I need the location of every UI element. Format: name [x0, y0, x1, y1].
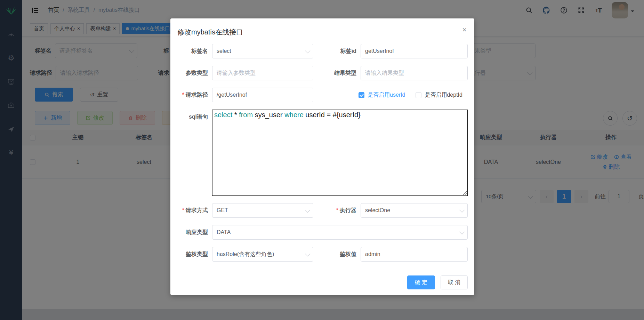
field-label-param-type: 参数类型: [177, 66, 212, 80]
response-type-select[interactable]: DATA: [212, 225, 468, 240]
select-value: DATA: [217, 229, 231, 235]
sql-keyword: where: [284, 111, 303, 119]
sql-keyword: from: [239, 111, 253, 119]
result-type-input-wrap: [361, 66, 468, 80]
field-label-auth-value: 鉴权值: [313, 247, 361, 262]
param-type-input-wrap: [212, 66, 313, 80]
confirm-button[interactable]: 确 定: [407, 275, 435, 289]
dialog-body: 标签名 select 标签id 参数类型: [170, 37, 474, 289]
enable-userid-checkbox[interactable]: 是否启用userId: [359, 91, 405, 99]
field-label-response-type: 响应类型: [177, 225, 212, 240]
chevron-down-icon: [305, 207, 311, 213]
checkbox-label: 是否启用deptId: [425, 91, 462, 99]
field-label-executor: 执行器: [313, 203, 361, 218]
chevron-down-icon: [459, 229, 465, 234]
request-method-select[interactable]: GET: [212, 203, 313, 218]
tag-id-input-wrap: [361, 44, 468, 58]
field-label-tag-name: 标签名: [177, 44, 212, 58]
chevron-down-icon: [305, 251, 311, 256]
sql-keyword: select: [214, 111, 232, 119]
app-root: ⚙ ¥ 首页 / 系统工具 / mybatis在线接口: [0, 0, 644, 320]
field-label-tag-id: 标签id: [313, 44, 361, 58]
select-value: GET: [217, 207, 228, 214]
field-label-result-type: 结果类型: [313, 66, 361, 80]
close-icon[interactable]: ×: [462, 26, 467, 34]
cancel-button[interactable]: 取 消: [441, 275, 468, 289]
request-path-input[interactable]: [217, 92, 309, 98]
field-label-auth-type: 鉴权类型: [177, 247, 212, 262]
dialog-title: 修改mybatis在线接口: [170, 18, 474, 37]
field-label-request-method: 请求方式: [177, 203, 212, 218]
field-label-request-path: 请求路径: [177, 88, 212, 102]
chevron-down-icon: [459, 207, 465, 213]
tag-id-input[interactable]: [365, 48, 463, 54]
select-value: selectOne: [365, 207, 390, 214]
select-value: select: [217, 48, 231, 54]
request-path-input-wrap: [212, 88, 313, 102]
enable-deptid-checkbox[interactable]: 是否启用deptId: [416, 91, 462, 99]
checkbox-label: 是否启用userId: [368, 91, 405, 99]
field-label-sql: sql语句: [177, 110, 212, 124]
chevron-down-icon: [305, 48, 311, 53]
sql-editor[interactable]: select * from sys_user where userId = #{…: [212, 110, 468, 196]
auth-value-input[interactable]: [365, 251, 463, 257]
checkbox-checked-icon: [359, 92, 364, 98]
param-type-input[interactable]: [217, 70, 309, 76]
auth-value-input-wrap: [361, 247, 468, 262]
checkbox-unchecked-icon: [416, 92, 421, 98]
auth-type-select[interactable]: hasRole(含有这些角色): [212, 247, 313, 262]
executor-select[interactable]: selectOne: [361, 203, 468, 218]
sql-text: *: [232, 111, 239, 119]
sql-text: sys_user: [253, 111, 284, 119]
sql-text: userId = #{userId}: [304, 111, 361, 119]
edit-mybatis-api-dialog: 修改mybatis在线接口 × 标签名 select 标签id: [170, 18, 474, 295]
resize-handle[interactable]: [463, 191, 467, 195]
dialog-footer: 确 定 取 消: [177, 269, 468, 289]
tag-name-select[interactable]: select: [212, 44, 313, 58]
result-type-input[interactable]: [365, 70, 463, 76]
enable-flags: 是否启用userId 是否启用deptId: [313, 88, 468, 102]
select-value: hasRole(含有这些角色): [217, 251, 274, 258]
